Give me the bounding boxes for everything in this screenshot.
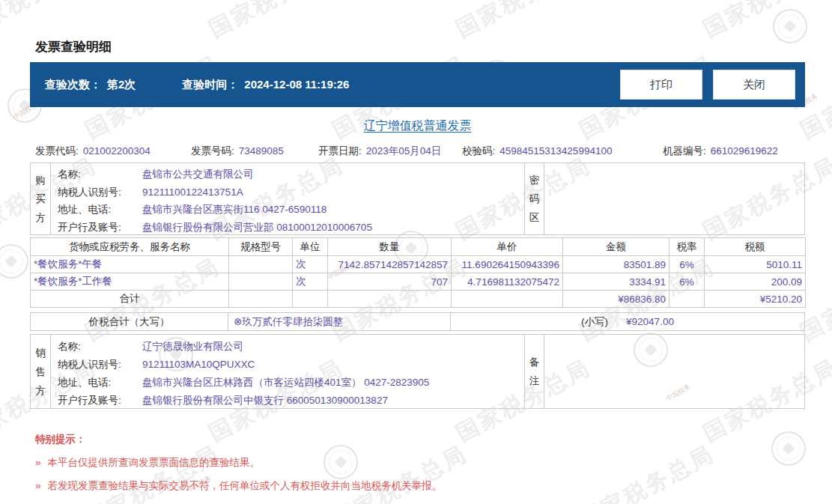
col-header-spec: 规格型号: [229, 238, 293, 256]
items-header-row: 货物或应税劳务、服务名称 规格型号 单位 数量 单价 金额 税率 税额: [31, 238, 806, 256]
buyer-address-label: 地址、电话:: [58, 201, 142, 219]
item-unit: 次: [293, 256, 328, 273]
check-count: 查验次数：第2次: [45, 78, 136, 92]
item-price: 4.716981132075472: [452, 273, 563, 291]
col-header-rate: 税率: [669, 238, 705, 256]
seller-taxid-row: 纳税人识别号:91211103MA10QPUXXC: [58, 356, 524, 374]
seller-address-value: 盘锦市兴隆台区庄林路西（市客运站四楼401室） 0427-2823905: [142, 377, 429, 388]
invoice-date: 开票日期:2023年05月04日: [318, 145, 441, 158]
item-qty: 707: [328, 273, 452, 291]
total-amount-value: ¥86836.80: [563, 291, 669, 308]
machine-number: 机器编号:661029619622: [663, 145, 778, 158]
sum-uppercase-label: 价税合计（大写）: [31, 313, 228, 330]
col-header-amount: 金额: [563, 238, 669, 256]
items-table: 货物或应税劳务、服务名称 规格型号 单位 数量 单价 金额 税率 税额 *餐饮服…: [30, 237, 806, 308]
seller-name-label: 名称:: [58, 338, 142, 356]
remarks-label-text: 备注: [529, 353, 540, 390]
seller-bank-value: 盘锦银行股份有限公司中银支行 660050130900013827: [142, 395, 388, 406]
notice-text: 本平台仅提供所查询发票票面信息的查验结果。: [48, 457, 261, 468]
item-rate: 6%: [669, 273, 705, 291]
table-cell-empty: [229, 291, 293, 308]
seller-address-label: 地址、电话:: [58, 374, 142, 392]
check-count-value: 第2次: [107, 78, 136, 91]
sum-lowercase-value: ¥92047.00: [626, 316, 674, 327]
seller-info: 名称:辽宁德晟物业有限公司 纳税人识别号:91211103MA10QPUXXC …: [51, 335, 524, 408]
buyer-side-label: 购买方: [31, 163, 51, 234]
col-header-name: 货物或应税劳务、服务名称: [31, 238, 229, 256]
notice-line: »本平台仅提供所查询发票票面信息的查验结果。: [35, 456, 442, 470]
password-area-label: 密码区: [524, 163, 544, 234]
buyer-taxid-value: 91211100122413751A: [142, 186, 243, 198]
close-button[interactable]: 关闭: [713, 70, 795, 100]
invoice-meta-row: 发票代码:021002200304 发票号码:73489085 开票日期:202…: [30, 145, 805, 160]
buyer-taxid-row: 纳税人识别号:91211100122413751A: [58, 183, 524, 201]
item-price: 11.690264150943396: [452, 256, 563, 273]
table-cell-empty: [452, 291, 563, 308]
item-spec: [229, 273, 293, 291]
total-tax-value: ¥5210.20: [705, 291, 806, 308]
invoice-number-label: 发票号码:: [191, 145, 234, 157]
item-tax: 200.09: [705, 273, 806, 291]
notice-title: 特别提示：: [35, 433, 442, 446]
item-unit: 次: [293, 273, 328, 291]
toolbar-buttons: 打印 关闭: [620, 70, 805, 100]
seller-taxid-value: 91211103MA10QPUXXC: [142, 359, 255, 370]
table-cell-empty: [669, 291, 705, 308]
invoice-number: 发票号码:73489085: [191, 145, 284, 158]
amount-total-row: 价税合计（大写） ⊗玖万贰仟零肆拾柒圆整 (小写) ¥92047.00: [30, 312, 805, 331]
buyer-address-row: 地址、电话:盘锦市兴隆台区惠宾街116 0427-6590118: [58, 201, 524, 219]
col-header-qty: 数量: [328, 238, 452, 256]
invoice-title: 辽宁增值税普通发票: [30, 118, 805, 134]
buyer-bank-row: 开户行及账号:盘锦银行股份有限公司营业部 08100012010006705: [58, 219, 524, 237]
seller-bank-label: 开户行及账号:: [58, 392, 142, 410]
buyer-name-label: 名称:: [58, 166, 142, 183]
toolbar: 查验次数：第2次 查验时间：2024-12-08 11:19:26 打印 关闭: [30, 62, 805, 107]
page-title: 发票查验明细: [35, 38, 112, 55]
sum-lowercase-label: (小写): [581, 315, 608, 329]
notice-bullet: »: [35, 457, 41, 468]
seller-side-label: 销售方: [31, 335, 51, 408]
remarks-area: [544, 335, 804, 408]
item-name: *餐饮服务*午餐: [31, 256, 229, 273]
item-amount: 83501.89: [563, 256, 669, 273]
buyer-bank-value: 盘锦银行股份有限公司营业部 08100012010006705: [142, 222, 372, 233]
item-name: *餐饮服务*工作餐: [31, 273, 229, 291]
buyer-name-value: 盘锦市公共交通有限公司: [142, 168, 254, 180]
invoice-code: 发票代码:021002200304: [35, 145, 151, 158]
sum-lowercase: (小写) ¥92047.00: [451, 313, 804, 330]
check-code: 校验码:45984515313425994100: [462, 145, 612, 158]
total-label: 合计: [31, 291, 229, 308]
seller-address-row: 地址、电话:盘锦市兴隆台区庄林路西（市客运站四楼401室） 0427-28239…: [58, 374, 524, 392]
check-time-label: 查验时间：: [182, 78, 238, 91]
password-area: [544, 163, 804, 234]
special-notice: 特别提示： »本平台仅提供所查询发票票面信息的查验结果。 »若发现发票查验结果与…: [35, 433, 442, 493]
invoice-verification-page: 国家税务总局 国家税务总局 国家税务总局 国家税务总局 国家税务总局 国家税务总…: [0, 0, 832, 504]
check-code-value: 45984515313425994100: [499, 145, 612, 157]
item-rate: 6%: [669, 256, 705, 273]
col-header-tax: 税额: [705, 238, 806, 256]
buyer-name-row: 名称:盘锦市公共交通有限公司: [58, 166, 524, 183]
sum-uppercase-value: ⊗玖万贰仟零肆拾柒圆整: [228, 313, 451, 330]
notice-text: 若发现发票查验结果与实际交易不符，任何单位或个人有权拒收并向当地税务机关举报。: [48, 480, 443, 491]
check-code-label: 校验码:: [462, 145, 495, 157]
buyer-bank-label: 开户行及账号:: [58, 219, 142, 237]
buyer-side-label-text: 购买方: [35, 171, 46, 227]
print-button[interactable]: 打印: [620, 70, 702, 100]
invoice-date-label: 开票日期:: [318, 145, 362, 157]
remarks-label: 备注: [524, 335, 544, 408]
invoice-date-value: 2023年05月04日: [366, 145, 442, 157]
item-tax: 5010.11: [705, 256, 806, 273]
table-cell-empty: [293, 291, 328, 308]
table-cell-empty: [328, 291, 452, 308]
item-row: *餐饮服务*工作餐 次 707 4.716981132075472 3334.9…: [31, 273, 806, 291]
col-header-unit: 单位: [293, 238, 328, 256]
invoice-number-value: 73489085: [239, 145, 284, 157]
buyer-address-value: 盘锦市兴隆台区惠宾街116 0427-6590118: [142, 204, 327, 215]
item-amount: 3334.91: [563, 273, 669, 291]
seller-side-label-text: 销售方: [35, 344, 46, 400]
buyer-taxid-label: 纳税人识别号:: [58, 183, 142, 201]
buyer-info: 名称:盘锦市公共交通有限公司 纳税人识别号:91211100122413751A…: [51, 163, 524, 234]
item-qty: 7142.857142857142857: [328, 256, 452, 273]
item-row: *餐饮服务*午餐 次 7142.857142857142857 11.69026…: [31, 256, 806, 273]
seller-bank-row: 开户行及账号:盘锦银行股份有限公司中银支行 660050130900013827: [58, 392, 524, 410]
